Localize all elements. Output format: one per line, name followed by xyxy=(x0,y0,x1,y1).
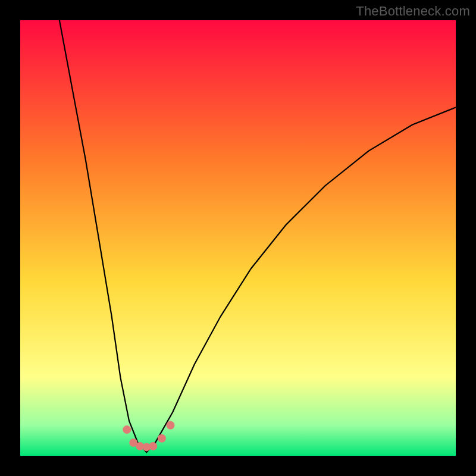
curve-marker xyxy=(123,425,131,434)
chart-frame: TheBottleneck.com xyxy=(0,0,476,476)
curve-marker xyxy=(158,434,166,443)
curve-marker xyxy=(167,421,175,430)
bottleneck-chart xyxy=(20,20,456,456)
gradient-background xyxy=(20,20,456,456)
curve-marker xyxy=(149,442,157,450)
watermark-text: TheBottleneck.com xyxy=(356,4,470,19)
